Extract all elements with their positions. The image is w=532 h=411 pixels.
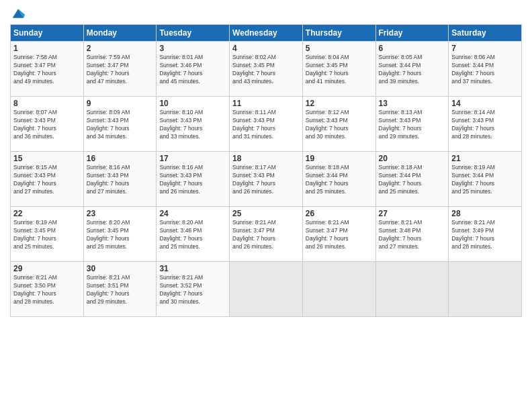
calendar-cell: 30Sunrise: 8:21 AMSunset: 3:51 PMDayligh… — [83, 262, 157, 317]
day-number: 18 — [232, 154, 300, 163]
day-number: 10 — [159, 99, 226, 108]
cell-info: Sunrise: 8:10 AMSunset: 3:43 PMDaylight:… — [159, 109, 203, 140]
cell-info: Sunrise: 8:18 AMSunset: 3:44 PMDaylight:… — [379, 164, 423, 195]
day-number: 31 — [159, 264, 226, 273]
cell-info: Sunrise: 8:01 AMSunset: 3:46 PMDaylight:… — [159, 54, 203, 85]
calendar-header-row: SundayMondayTuesdayWednesdayThursdayFrid… — [11, 25, 522, 42]
calendar-cell: 26Sunrise: 8:21 AMSunset: 3:47 PMDayligh… — [302, 207, 375, 262]
day-number: 14 — [451, 99, 519, 108]
calendar-cell: 25Sunrise: 8:21 AMSunset: 3:47 PMDayligh… — [230, 207, 303, 262]
calendar-day-header: Friday — [375, 25, 449, 42]
calendar-cell: 1Sunrise: 7:58 AMSunset: 3:47 PMDaylight… — [11, 42, 84, 97]
calendar-cell: 13Sunrise: 8:13 AMSunset: 3:43 PMDayligh… — [375, 97, 449, 152]
calendar-table: SundayMondayTuesdayWednesdayThursdayFrid… — [10, 24, 522, 317]
calendar-cell: 28Sunrise: 8:21 AMSunset: 3:49 PMDayligh… — [449, 207, 522, 262]
calendar-cell: 12Sunrise: 8:12 AMSunset: 3:43 PMDayligh… — [302, 97, 375, 152]
calendar-cell: 18Sunrise: 8:17 AMSunset: 3:43 PMDayligh… — [230, 152, 303, 207]
calendar-week-row: 15Sunrise: 8:15 AMSunset: 3:43 PMDayligh… — [11, 152, 522, 207]
calendar-cell — [375, 262, 449, 317]
calendar-cell: 5Sunrise: 8:04 AMSunset: 3:45 PMDaylight… — [302, 42, 375, 97]
day-number: 6 — [379, 44, 446, 53]
day-number: 20 — [379, 154, 446, 163]
day-number: 9 — [87, 99, 154, 108]
calendar-cell: 27Sunrise: 8:21 AMSunset: 3:48 PMDayligh… — [375, 207, 449, 262]
day-number: 25 — [232, 209, 300, 218]
calendar-day-header: Wednesday — [230, 25, 303, 42]
day-number: 19 — [306, 154, 373, 163]
logo-icon — [11, 7, 25, 20]
cell-info: Sunrise: 8:21 AMSunset: 3:50 PMDaylight:… — [13, 274, 57, 305]
calendar-cell: 31Sunrise: 8:21 AMSunset: 3:52 PMDayligh… — [157, 262, 230, 317]
calendar-week-row: 29Sunrise: 8:21 AMSunset: 3:50 PMDayligh… — [11, 262, 522, 317]
cell-info: Sunrise: 8:14 AMSunset: 3:43 PMDaylight:… — [451, 109, 495, 140]
cell-info: Sunrise: 7:58 AMSunset: 3:47 PMDaylight:… — [13, 54, 57, 85]
day-number: 5 — [306, 44, 373, 53]
calendar-cell: 15Sunrise: 8:15 AMSunset: 3:43 PMDayligh… — [11, 152, 84, 207]
calendar-day-header: Sunday — [11, 25, 84, 42]
cell-info: Sunrise: 8:15 AMSunset: 3:43 PMDaylight:… — [13, 164, 57, 195]
calendar-cell: 3Sunrise: 8:01 AMSunset: 3:46 PMDaylight… — [157, 42, 230, 97]
calendar-cell — [302, 262, 375, 317]
cell-info: Sunrise: 8:20 AMSunset: 3:45 PMDaylight:… — [87, 219, 130, 250]
calendar-week-row: 22Sunrise: 8:19 AMSunset: 3:45 PMDayligh… — [11, 207, 522, 262]
day-number: 7 — [451, 44, 519, 53]
calendar-cell: 29Sunrise: 8:21 AMSunset: 3:50 PMDayligh… — [11, 262, 84, 317]
calendar-cell: 23Sunrise: 8:20 AMSunset: 3:45 PMDayligh… — [83, 207, 157, 262]
day-number: 24 — [159, 209, 226, 218]
cell-info: Sunrise: 8:05 AMSunset: 3:44 PMDaylight:… — [379, 54, 423, 85]
calendar-cell: 4Sunrise: 8:02 AMSunset: 3:45 PMDaylight… — [230, 42, 303, 97]
day-number: 1 — [13, 44, 81, 53]
cell-info: Sunrise: 8:21 AMSunset: 3:47 PMDaylight:… — [306, 219, 349, 250]
cell-info: Sunrise: 8:06 AMSunset: 3:44 PMDaylight:… — [451, 54, 495, 85]
cell-info: Sunrise: 8:20 AMSunset: 3:46 PMDaylight:… — [159, 219, 203, 250]
cell-info: Sunrise: 8:17 AMSunset: 3:43 PMDaylight:… — [232, 164, 276, 195]
cell-info: Sunrise: 8:18 AMSunset: 3:44 PMDaylight:… — [306, 164, 349, 195]
calendar-cell — [449, 262, 522, 317]
calendar-cell — [230, 262, 303, 317]
calendar-day-header: Tuesday — [157, 25, 230, 42]
calendar-cell: 24Sunrise: 8:20 AMSunset: 3:46 PMDayligh… — [157, 207, 230, 262]
day-number: 17 — [159, 154, 226, 163]
day-number: 3 — [159, 44, 226, 53]
calendar-cell: 22Sunrise: 8:19 AMSunset: 3:45 PMDayligh… — [11, 207, 84, 262]
calendar-week-row: 1Sunrise: 7:58 AMSunset: 3:47 PMDaylight… — [11, 42, 522, 97]
day-number: 11 — [232, 99, 300, 108]
cell-info: Sunrise: 8:21 AMSunset: 3:51 PMDaylight:… — [87, 274, 130, 305]
calendar-cell: 10Sunrise: 8:10 AMSunset: 3:43 PMDayligh… — [157, 97, 230, 152]
cell-info: Sunrise: 8:09 AMSunset: 3:43 PMDaylight:… — [87, 109, 130, 140]
day-number: 29 — [13, 264, 81, 273]
calendar-day-header: Monday — [83, 25, 157, 42]
day-number: 22 — [13, 209, 81, 218]
day-number: 15 — [13, 154, 81, 163]
cell-info: Sunrise: 8:21 AMSunset: 3:52 PMDaylight:… — [159, 274, 203, 305]
cell-info: Sunrise: 8:21 AMSunset: 3:47 PMDaylight:… — [232, 219, 276, 250]
day-number: 2 — [87, 44, 154, 53]
cell-info: Sunrise: 7:59 AMSunset: 3:47 PMDaylight:… — [87, 54, 130, 85]
calendar-week-row: 8Sunrise: 8:07 AMSunset: 3:43 PMDaylight… — [11, 97, 522, 152]
cell-info: Sunrise: 8:16 AMSunset: 3:43 PMDaylight:… — [159, 164, 203, 195]
calendar-day-header: Thursday — [302, 25, 375, 42]
day-number: 28 — [451, 209, 519, 218]
calendar-cell: 14Sunrise: 8:14 AMSunset: 3:43 PMDayligh… — [449, 97, 522, 152]
day-number: 27 — [379, 209, 446, 218]
cell-info: Sunrise: 8:13 AMSunset: 3:43 PMDaylight:… — [379, 109, 423, 140]
calendar-cell: 17Sunrise: 8:16 AMSunset: 3:43 PMDayligh… — [157, 152, 230, 207]
logo — [10, 7, 25, 20]
calendar-cell: 8Sunrise: 8:07 AMSunset: 3:43 PMDaylight… — [11, 97, 84, 152]
cell-info: Sunrise: 8:19 AMSunset: 3:44 PMDaylight:… — [451, 164, 495, 195]
cell-info: Sunrise: 8:07 AMSunset: 3:43 PMDaylight:… — [13, 109, 57, 140]
page-header — [10, 7, 522, 20]
cell-info: Sunrise: 8:19 AMSunset: 3:45 PMDaylight:… — [13, 219, 57, 250]
day-number: 16 — [87, 154, 154, 163]
calendar-cell: 6Sunrise: 8:05 AMSunset: 3:44 PMDaylight… — [375, 42, 449, 97]
calendar-cell: 21Sunrise: 8:19 AMSunset: 3:44 PMDayligh… — [449, 152, 522, 207]
calendar-cell: 7Sunrise: 8:06 AMSunset: 3:44 PMDaylight… — [449, 42, 522, 97]
calendar-cell: 9Sunrise: 8:09 AMSunset: 3:43 PMDaylight… — [83, 97, 157, 152]
cell-info: Sunrise: 8:11 AMSunset: 3:43 PMDaylight:… — [232, 109, 276, 140]
cell-info: Sunrise: 8:04 AMSunset: 3:45 PMDaylight:… — [306, 54, 349, 85]
calendar-cell: 19Sunrise: 8:18 AMSunset: 3:44 PMDayligh… — [302, 152, 375, 207]
day-number: 30 — [87, 264, 154, 273]
cell-info: Sunrise: 8:21 AMSunset: 3:49 PMDaylight:… — [451, 219, 495, 250]
day-number: 13 — [379, 99, 446, 108]
day-number: 26 — [306, 209, 373, 218]
